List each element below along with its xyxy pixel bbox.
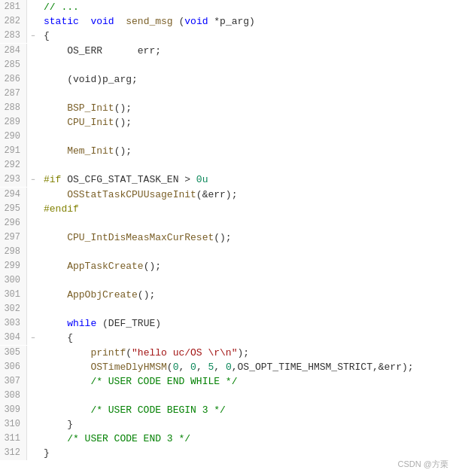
plain-token: (&err);: [196, 189, 238, 200]
fn-token: OSTimeDlyHMSM: [90, 362, 166, 373]
line-number: 302: [0, 302, 27, 316]
num-token: 0: [226, 362, 232, 373]
code-line-content: Mem_Init();: [39, 144, 456, 158]
code-line-content: [39, 130, 456, 144]
plain-token: ,: [214, 362, 226, 373]
line-number: 288: [0, 101, 27, 115]
plain-token: [44, 102, 67, 114]
table-row: 304− {: [0, 331, 456, 346]
plain-token: ();: [114, 117, 132, 128]
comment-token: /* USER CODE END WHILE */: [44, 376, 237, 387]
code-line-content: [39, 389, 456, 403]
line-number: 282: [0, 14, 27, 29]
kw-token: void: [90, 16, 114, 27]
line-number: 285: [0, 58, 27, 72]
line-number: 305: [0, 346, 27, 360]
kw-token: while: [67, 318, 96, 329]
code-line-content: // ...: [39, 0, 456, 14]
plain-token: [44, 232, 67, 243]
plain-token: >: [184, 174, 196, 185]
table-row: 301 AppObjCreate();: [0, 288, 456, 302]
fn-token: Mem_Init: [67, 145, 114, 157]
line-number: 304: [0, 331, 27, 345]
line-number: 311: [0, 432, 27, 446]
plain-token: [44, 362, 90, 373]
fold-button[interactable]: −: [31, 32, 35, 40]
fold-gutter[interactable]: −: [27, 172, 39, 188]
table-row: 303 while (DEF_TRUE): [0, 316, 456, 331]
fold-button[interactable]: −: [31, 176, 35, 184]
code-line-content: AppObjCreate();: [39, 288, 456, 302]
code-line-content: {: [39, 29, 456, 43]
comment-token: // ...: [44, 2, 79, 13]
comment-token: /* USER CODE END 3 */: [44, 433, 190, 444]
code-line-content: CPU_Init();: [39, 115, 456, 130]
code-line-content: OS_ERR err;: [39, 44, 456, 58]
table-row: 294 OSStatTaskCPUUsageInit(&err);: [0, 188, 456, 202]
table-row: 283−{: [0, 29, 456, 44]
table-row: 298: [0, 245, 456, 259]
table-row: 282static void send_msg (void *p_arg): [0, 14, 456, 29]
line-number: 294: [0, 188, 27, 202]
str-token: "hello uc/OS \r\n": [132, 347, 237, 359]
line-number: 286: [0, 72, 27, 87]
line-number: 292: [0, 158, 27, 172]
table-row: 285: [0, 58, 456, 72]
line-number: 306: [0, 360, 27, 374]
plain-token: ,: [178, 362, 190, 373]
plain-token: OS_CFG_STAT_TASK_EN: [61, 174, 184, 185]
fn-token: AppTaskCreate: [67, 261, 143, 272]
table-row: 286 (void)p_arg;: [0, 72, 456, 87]
line-number: 307: [0, 374, 27, 389]
plain-token: {: [44, 332, 73, 343]
plain-token: [44, 189, 67, 200]
code-line-content: while (DEF_TRUE): [39, 316, 456, 331]
table-row: 307 /* USER CODE END WHILE */: [0, 374, 456, 389]
fold-gutter[interactable]: −: [27, 331, 39, 346]
plain-token: (: [173, 16, 185, 27]
plain-token: ();: [214, 232, 231, 243]
plain-token: );: [237, 347, 249, 359]
plain-token: [114, 16, 126, 27]
table-row: 296: [0, 216, 456, 230]
code-line-content: [39, 273, 456, 288]
plain-token: ,OS_OPT_TIME_HMSM_STRICT,&err);: [232, 362, 414, 373]
table-row: 292: [0, 158, 456, 172]
fold-gutter[interactable]: −: [27, 29, 39, 44]
code-line-content: AppTaskCreate();: [39, 259, 456, 273]
table-row: 309 /* USER CODE BEGIN 3 */: [0, 403, 456, 417]
kw-token: static: [44, 16, 79, 27]
line-number: 299: [0, 259, 27, 273]
plain-token: [44, 261, 67, 272]
plain-token: }: [44, 419, 73, 430]
line-number: 298: [0, 245, 27, 259]
code-line-content: #if OS_CFG_STAT_TASK_EN > 0u: [39, 172, 456, 187]
line-number: 300: [0, 273, 27, 288]
fn-token: OSStatTaskCPUUsageInit: [67, 189, 196, 200]
table-row: 297 CPU_IntDisMeasMaxCurReset();: [0, 230, 456, 245]
line-number: 287: [0, 87, 27, 101]
code-line-content: [39, 245, 456, 259]
plain-token: ();: [114, 145, 132, 157]
code-line-content: }: [39, 446, 456, 460]
code-line-content: #endif: [39, 202, 456, 216]
fn-token: printf: [90, 347, 126, 359]
fold-button[interactable]: −: [31, 334, 35, 342]
line-number: 295: [0, 202, 27, 216]
code-line-content: /* USER CODE BEGIN 3 */: [39, 403, 456, 417]
plain-token: [44, 289, 67, 301]
plain-token: *p_arg): [208, 16, 255, 27]
table-row: 308: [0, 389, 456, 403]
code-line-content: (void)p_arg;: [39, 72, 456, 87]
table-row: 289 CPU_Init();: [0, 115, 456, 130]
code-line-content: }: [39, 417, 456, 432]
code-line-content: BSP_Init();: [39, 101, 456, 115]
code-editor: 281// ...282static void send_msg (void *…: [0, 0, 456, 476]
table-row: 311 /* USER CODE END 3 */: [0, 432, 456, 446]
code-line-content: {: [39, 331, 456, 345]
line-number: 284: [0, 44, 27, 58]
plain-token: ();: [114, 102, 132, 114]
watermark: CSDN @方栗: [398, 459, 448, 470]
plain-token: [79, 16, 91, 27]
line-number: 281: [0, 0, 27, 14]
